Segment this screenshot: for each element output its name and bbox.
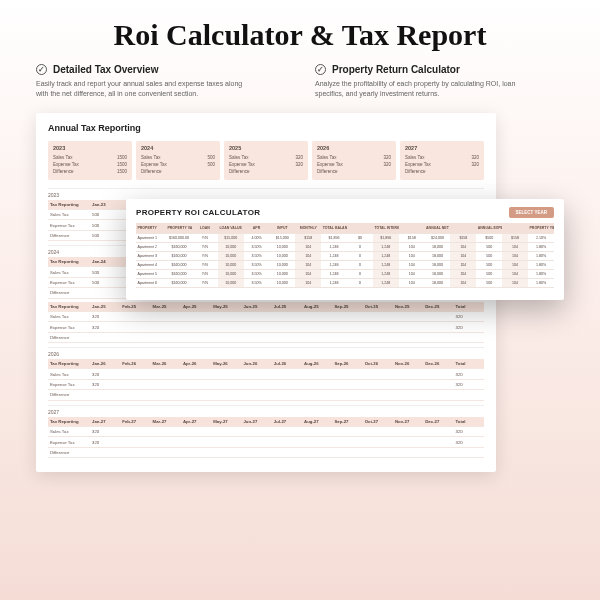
roi-table: PROPERTYPROPERTY VALUELOANLOAN VALUEAPRI… [136,223,554,288]
roi-row: Apartment 5$160,000Y/N10,0003.50%10,0001… [136,269,554,278]
tax-year-block: 2024 Sales Tax500 Expense Tax500 Differe… [136,141,220,180]
roi-row: Apartment 4$160,000Y/N10,0003.50%10,0001… [136,260,554,269]
feature-roi: ✓ Property Return Calculator Analyze the… [315,64,564,99]
feature-tax: ✓ Detailed Tax Overview Easily track and… [36,64,285,99]
feature-heading: Property Return Calculator [332,64,460,75]
tax-title: Annual Tax Reporting [48,123,484,133]
tax-year-section: 2027Tax ReportingJan-27Feb-27Mar-27Apr-2… [48,405,484,459]
tax-year-section: 2026Tax ReportingJan-26Feb-26Mar-26Apr-2… [48,347,484,401]
tax-summary-row: 2023 Sales Tax1500 Expense Tax1500 Diffe… [48,141,484,180]
tax-year-block: 2027 Sales Tax320 Expense Tax320 Differe… [400,141,484,180]
roi-card: PROPERTY ROI CALCULATOR SELECT YEAR PROP… [126,199,564,300]
roi-title: PROPERTY ROI CALCULATOR [136,208,260,217]
roi-row: Apartment 2$160,000Y/N10,0003.50%10,0001… [136,242,554,251]
tax-year-block: 2023 Sales Tax1500 Expense Tax1500 Diffe… [48,141,132,180]
check-icon: ✓ [315,64,326,75]
feature-row: ✓ Detailed Tax Overview Easily track and… [0,64,600,113]
roi-row: Apartment 3$160,000Y/N10,0003.50%10,0001… [136,251,554,260]
select-year-button[interactable]: SELECT YEAR [509,207,554,218]
tax-year-section: Tax ReportingJan-25Feb-25Mar-25Apr-25May… [48,302,484,344]
feature-desc: Analyze the profitability of each proper… [315,79,535,99]
feature-heading: Detailed Tax Overview [53,64,158,75]
page-title: Roi Calculator & Tax Report [0,0,600,64]
tax-year-block: 2026 Sales Tax320 Expense Tax320 Differe… [312,141,396,180]
feature-desc: Easily track and report your annual sale… [36,79,256,99]
roi-row: Apartment 1$160,000.00Y/N$15,0004.00%$15… [136,233,554,242]
check-icon: ✓ [36,64,47,75]
roi-row: Apartment 6$160,000Y/N10,0003.50%10,0001… [136,278,554,287]
tax-year-block: 2025 Sales Tax320 Expense Tax320 Differe… [224,141,308,180]
